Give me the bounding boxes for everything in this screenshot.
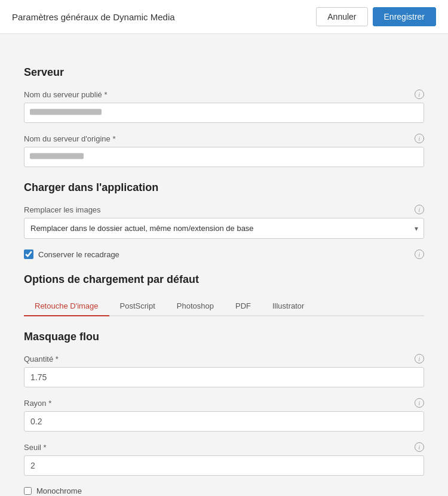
seuil-input[interactable] [24, 455, 424, 476]
masquage-flou-section: Masquage flou Quantité * i Rayon * i Seu… [24, 331, 424, 495]
rayon-field-group: Rayon * i [24, 398, 424, 432]
published-server-field-group: Nom du serveur publié * i [24, 90, 424, 123]
save-button[interactable]: Enregistrer [373, 7, 436, 26]
quantite-info-icon[interactable]: i [415, 354, 424, 363]
origin-server-input[interactable] [24, 147, 424, 167]
rayon-input[interactable] [24, 411, 424, 432]
monochrome-label: Monochrome [36, 486, 82, 495]
upload-section: Charger dans l'application Remplacer les… [24, 181, 424, 259]
upload-section-title: Charger dans l'application [24, 181, 424, 194]
replace-images-select[interactable]: Remplacer dans le dossier actuel, même n… [24, 218, 424, 239]
rayon-label-row: Rayon * i [24, 398, 424, 408]
published-server-label-row: Nom du serveur publié * i [24, 90, 424, 99]
replace-images-select-wrapper: Remplacer dans le dossier actuel, même n… [24, 218, 424, 239]
quantite-input[interactable] [24, 367, 424, 387]
replace-images-field-group: Remplacer les images i Remplacer dans le… [24, 205, 424, 239]
seuil-label: Seuil * [24, 443, 47, 452]
server-section-title: Serveur [24, 66, 424, 79]
keep-crop-left: Conserver le recadrage [24, 249, 119, 259]
published-server-info-icon[interactable]: i [415, 90, 424, 99]
default-options-title: Options de chargement par défaut [24, 273, 424, 286]
published-server-input-wrapper [24, 103, 424, 123]
top-bar-actions: Annuler Enregistrer [316, 7, 436, 26]
server-section: Serveur Nom du serveur publié * i Nom du… [24, 66, 424, 167]
replace-images-label: Remplacer les images [24, 205, 101, 214]
origin-server-field-group: Nom du serveur d'origine * i [24, 134, 424, 167]
keep-crop-checkbox[interactable] [24, 249, 33, 259]
keep-crop-row: Conserver le recadrage i [24, 249, 424, 259]
origin-server-info-icon[interactable]: i [415, 134, 424, 143]
replace-images-info-icon[interactable]: i [415, 205, 424, 214]
tab-pdf[interactable]: PDF [225, 297, 262, 316]
quantite-field-group: Quantité * i [24, 354, 424, 387]
origin-server-input-wrapper [24, 147, 424, 167]
masquage-flou-title: Masquage flou [24, 331, 424, 343]
seuil-field-group: Seuil * i [24, 442, 424, 476]
replace-images-label-row: Remplacer les images i [24, 205, 424, 214]
seuil-label-row: Seuil * i [24, 442, 424, 452]
tab-illustrator[interactable]: Illustrator [262, 297, 315, 316]
rayon-label: Rayon * [24, 399, 51, 408]
keep-crop-info-icon[interactable]: i [415, 249, 424, 259]
cancel-button[interactable]: Annuler [316, 7, 367, 26]
origin-server-label: Nom du serveur d'origine * [24, 134, 116, 143]
page-title: Paramètres généraux de Dynamic Media [12, 12, 175, 22]
top-bar: Paramètres généraux de Dynamic Media Ann… [0, 0, 448, 34]
origin-server-label-row: Nom du serveur d'origine * i [24, 134, 424, 143]
default-options-section: Options de chargement par défaut Retouch… [24, 273, 424, 316]
seuil-info-icon[interactable]: i [415, 442, 424, 452]
tab-retouche[interactable]: Retouche D'image [24, 297, 109, 316]
monochrome-row: Monochrome [24, 486, 424, 495]
quantite-label-row: Quantité * i [24, 354, 424, 363]
tab-postscript[interactable]: PostScript [109, 297, 166, 316]
published-server-input[interactable] [24, 103, 424, 123]
rayon-info-icon[interactable]: i [415, 398, 424, 408]
options-tabs-row: Retouche D'image PostScript Photoshop PD… [24, 297, 424, 316]
published-server-label: Nom du serveur publié * [24, 90, 107, 99]
main-content: Serveur Nom du serveur publié * i Nom du… [0, 34, 448, 496]
quantite-label: Quantité * [24, 355, 59, 363]
keep-crop-label: Conserver le recadrage [38, 250, 119, 259]
tab-photoshop[interactable]: Photoshop [166, 297, 225, 316]
monochrome-checkbox[interactable] [24, 487, 32, 495]
